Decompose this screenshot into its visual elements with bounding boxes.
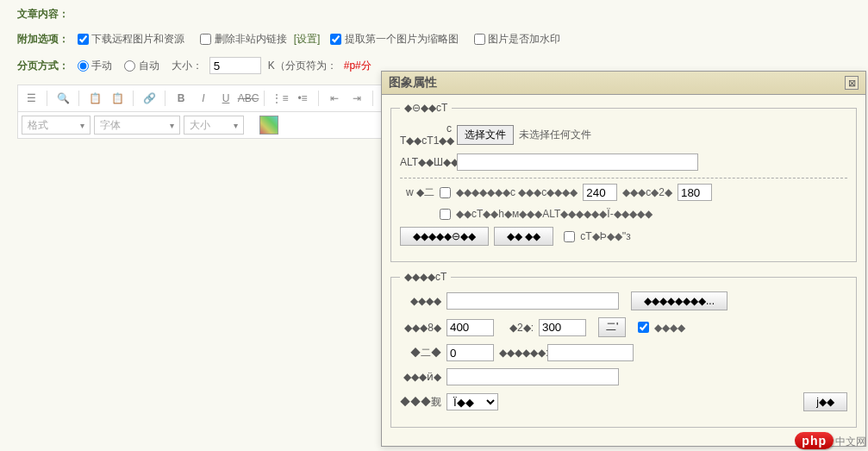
fieldset-remote-legend: ◆◆◆◆cT bbox=[400, 271, 451, 283]
php-watermark: php中文网 bbox=[795, 432, 866, 449]
f2-title-label: ◆◆◆ӥ◆ bbox=[400, 371, 441, 383]
link-icon[interactable]: 🔗 bbox=[140, 89, 159, 108]
cn-text: 中文网 bbox=[835, 435, 866, 448]
indent-icon[interactable]: ⇥ bbox=[347, 89, 366, 108]
url-input[interactable] bbox=[446, 292, 619, 310]
dialog-titlebar: 图象属性 ⊠ bbox=[382, 72, 865, 95]
content-label: 文章内容： bbox=[17, 7, 78, 22]
f2-height-label: ◆2◆: bbox=[499, 322, 534, 334]
reset-button[interactable]: 二' bbox=[598, 317, 626, 337]
action-button-2[interactable]: ◆◆ ◆◆ bbox=[494, 227, 553, 246]
strike-icon[interactable]: ABC bbox=[239, 89, 258, 108]
action-button-1[interactable]: ◆◆◆◆◆⊖◆◆ bbox=[400, 227, 489, 246]
font-select[interactable]: 字体 bbox=[94, 116, 180, 135]
watermark-checkbox[interactable] bbox=[474, 34, 485, 45]
ol-icon[interactable]: ⋮≡ bbox=[271, 89, 290, 108]
width-input[interactable] bbox=[583, 184, 617, 201]
auto-radio[interactable] bbox=[124, 60, 135, 72]
f2-width-input[interactable] bbox=[446, 319, 494, 336]
settings-link[interactable]: [设置] bbox=[294, 32, 321, 47]
f2-width-label: ◆◆◆8◆ bbox=[400, 322, 441, 334]
fieldset-upload-legend: ◆⊖◆◆cT bbox=[400, 102, 452, 114]
browse-button[interactable]: ◆◆◆◆◆◆◆◆... bbox=[631, 291, 727, 310]
image-icon[interactable] bbox=[259, 116, 278, 135]
dialog-title: 图象属性 bbox=[389, 75, 437, 91]
bold-icon[interactable]: B bbox=[172, 89, 190, 108]
f2-lock-checkbox[interactable] bbox=[638, 322, 649, 333]
italic-icon[interactable]: I bbox=[194, 89, 213, 108]
alt-label: ALT◆◆Ш◆◆ bbox=[400, 156, 452, 168]
image-properties-dialog: 图象属性 ⊠ ◆⊖◆◆cT c T◆◆cT1◆◆ 选择文件 未选择任何文件 AL… bbox=[381, 71, 866, 447]
f2-spacing-label: ◆◆◆◆◆◆: bbox=[499, 347, 542, 359]
f2-height-input[interactable] bbox=[539, 319, 586, 336]
f2-align-label: ◆◆◆觐 bbox=[400, 395, 441, 410]
watermark-label: 图片是否加水印 bbox=[488, 33, 560, 45]
w-label: w ◆二 bbox=[400, 185, 434, 200]
f2-border-input[interactable] bbox=[446, 344, 494, 361]
f2-align-select[interactable]: Ï◆◆ bbox=[446, 393, 498, 410]
extract-first-checkbox[interactable] bbox=[330, 34, 341, 45]
download-remote-checkbox[interactable] bbox=[78, 34, 89, 45]
close-icon[interactable]: ⊠ bbox=[845, 76, 859, 90]
paste-icon[interactable]: 📋 bbox=[85, 89, 104, 108]
between-label: ◆◆◆c◆2◆ bbox=[622, 186, 672, 198]
file-label: c T◆◆cT1◆◆ bbox=[400, 122, 452, 147]
auto-label: 自动 bbox=[139, 60, 159, 72]
download-remote-label: 下载远程图片和资源 bbox=[91, 33, 184, 45]
ul-icon[interactable]: •≡ bbox=[293, 89, 312, 108]
f2-spacing-input[interactable] bbox=[547, 344, 634, 361]
options-label: 附加选项： bbox=[17, 32, 78, 47]
option-checkbox-3[interactable] bbox=[564, 231, 575, 242]
paging-label: 分页方式： bbox=[17, 59, 78, 73]
confirm-button[interactable]: j◆◆ bbox=[803, 392, 847, 411]
paste-word-icon[interactable]: 📋 bbox=[108, 89, 127, 108]
format-select[interactable]: 格式 bbox=[22, 116, 91, 135]
php-logo: php bbox=[795, 432, 834, 449]
separator-text: #p#分 bbox=[344, 59, 372, 73]
remove-links-checkbox[interactable] bbox=[200, 34, 211, 45]
preview-icon[interactable]: 🔍 bbox=[53, 89, 72, 108]
underline-icon[interactable]: U bbox=[216, 89, 235, 108]
f2-title-input[interactable] bbox=[446, 368, 619, 385]
manual-label: 手动 bbox=[91, 60, 112, 72]
size-label: 大小： bbox=[172, 59, 203, 73]
remove-links-label: 删除非站内链接 bbox=[215, 33, 287, 45]
size-select[interactable]: 大小 bbox=[184, 116, 244, 135]
f2-lock-label: ◆◆◆◆ bbox=[654, 322, 685, 334]
option-label-3: cT◆Þ◆◆''з bbox=[580, 230, 630, 242]
extract-first-label: 提取第一个图片为缩略图 bbox=[345, 33, 459, 45]
alt-option-checkbox[interactable] bbox=[440, 209, 451, 220]
f2-border-label: ◆二◆ bbox=[400, 346, 441, 360]
alt-option-label: ◆◆cT◆◆h◆м◆◆◆ALT◆◆◆◆◆◆Ï-◆◆◆◆◆ bbox=[456, 208, 653, 220]
choose-file-button[interactable]: 选择文件 bbox=[457, 125, 514, 145]
url-label: ◆◆◆◆ bbox=[400, 295, 441, 307]
source-icon[interactable]: ☰ bbox=[22, 89, 41, 108]
manual-radio[interactable] bbox=[78, 60, 89, 72]
resize-label1: ◆◆◆◆◆◆◆c ◆◆◆c◆◆◆◆ bbox=[456, 186, 578, 198]
alt-input[interactable] bbox=[457, 153, 698, 171]
no-file-text: 未选择任何文件 bbox=[519, 128, 591, 142]
resize-checkbox[interactable] bbox=[440, 187, 451, 198]
k-label: K（分页符为： bbox=[268, 59, 337, 73]
size-input[interactable] bbox=[209, 57, 261, 74]
height-input[interactable] bbox=[678, 184, 712, 201]
outdent-icon[interactable]: ⇤ bbox=[325, 89, 344, 108]
